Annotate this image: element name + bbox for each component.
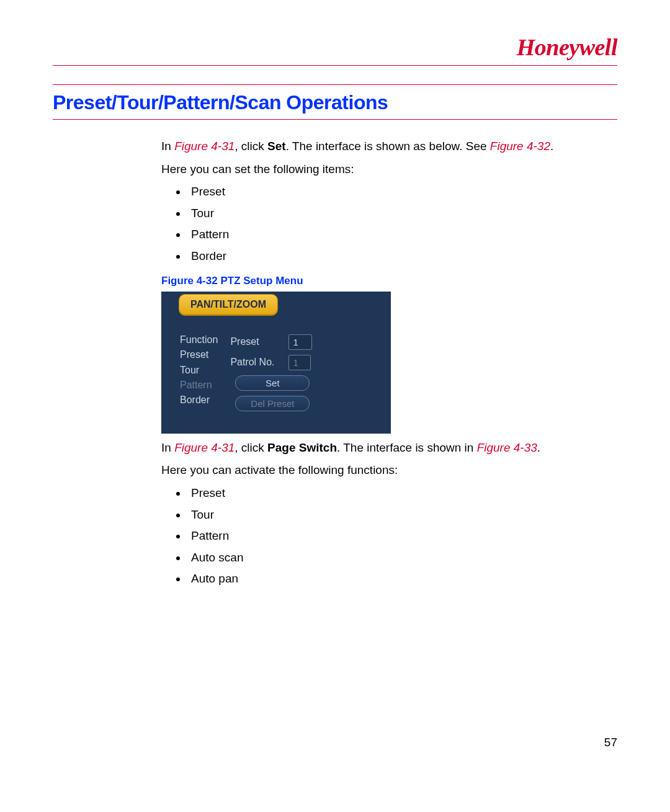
ptz-menu-preset[interactable]: Preset: [180, 348, 218, 362]
list-item: Preset: [187, 184, 592, 200]
ptz-menu-function[interactable]: Function: [180, 333, 218, 347]
bullet-list-1: Preset Tour Pattern Border: [161, 184, 592, 264]
text: In: [161, 140, 174, 153]
ptz-menu-tour[interactable]: Tour: [180, 364, 218, 377]
content-area: In Figure 4-31, click Set. The interface…: [161, 138, 592, 587]
ptz-patrol-input[interactable]: 1: [288, 355, 311, 370]
text: . The interface is shown in: [337, 441, 477, 454]
figure-ref-4-31-b: Figure 4-31: [174, 441, 234, 454]
section-title: Preset/Tour/Pattern/Scan Operations: [53, 84, 617, 120]
header-divider: [53, 65, 617, 66]
bold-page-switch: Page Switch: [267, 441, 337, 454]
list-item: Tour: [187, 507, 592, 524]
ptz-function-menu: Function Preset Tour Pattern Border: [180, 333, 218, 411]
ptz-form: Preset 1 Patrol No. 1 Set Del Preset: [230, 334, 312, 411]
list-item: Pattern: [187, 528, 592, 545]
list-item: Preset: [187, 485, 592, 502]
figure-ref-4-33: Figure 4-33: [477, 441, 537, 454]
ptz-del-preset-button[interactable]: Del Preset: [235, 396, 310, 411]
paragraph-3: In Figure 4-31, click Page Switch. The i…: [161, 440, 592, 457]
ptz-preset-label: Preset: [230, 335, 280, 349]
list-item: Auto scan: [187, 550, 592, 566]
list-item: Pattern: [187, 226, 592, 243]
ptz-menu-border[interactable]: Border: [180, 393, 218, 407]
ptz-patrol-label: Patrol No.: [230, 355, 280, 369]
ptz-tab-pantiltzoom[interactable]: PAN/TILT/ZOOM: [179, 294, 278, 315]
page-number: 57: [604, 734, 617, 751]
ptz-menu-pattern[interactable]: Pattern: [180, 378, 218, 392]
text: .: [537, 441, 540, 454]
ptz-setup-menu-screenshot: PAN/TILT/ZOOM Function Preset Tour Patte…: [161, 292, 391, 433]
figure-caption: Figure 4-32 PTZ Setup Menu: [161, 274, 592, 288]
text: , click: [234, 441, 267, 454]
paragraph-1: In Figure 4-31, click Set. The interface…: [161, 138, 592, 155]
figure-ref-4-31: Figure 4-31: [174, 140, 234, 153]
text: . The interface is shown as below. See: [286, 140, 490, 153]
text: In: [161, 441, 174, 454]
list-item: Border: [187, 248, 592, 265]
list-item: Tour: [187, 205, 592, 222]
paragraph-2: Here you can set the following items:: [161, 161, 592, 178]
paragraph-4: Here you can activate the following func…: [161, 462, 592, 479]
figure-ref-4-32: Figure 4-32: [490, 140, 550, 153]
brand-logo: Honeywell: [53, 31, 617, 64]
bullet-list-2: Preset Tour Pattern Auto scan Auto pan: [161, 485, 592, 587]
text: .: [550, 140, 553, 153]
bold-set: Set: [267, 140, 286, 153]
ptz-preset-input[interactable]: 1: [288, 334, 312, 350]
text: , click: [234, 140, 267, 153]
ptz-set-button[interactable]: Set: [235, 375, 310, 391]
list-item: Auto pan: [187, 571, 592, 587]
